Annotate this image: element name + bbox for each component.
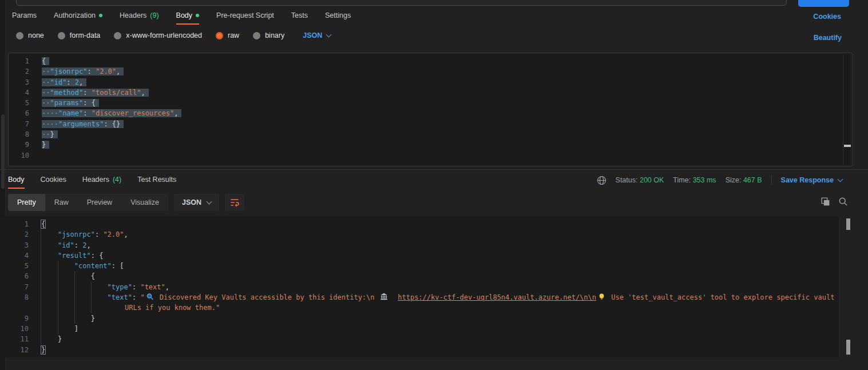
whitespace-marker: ····	[42, 109, 58, 117]
json-key: "jsonrpc"	[58, 230, 95, 238]
response-tab-test-results[interactable]: Test Results	[137, 173, 176, 189]
mode-label: x-www-form-urlencoded	[126, 31, 202, 39]
mode-label: form-data	[70, 31, 101, 39]
whitespace-marker	[41, 335, 58, 343]
copy-icon[interactable]	[821, 197, 830, 206]
response-actions	[821, 197, 848, 206]
code-line: 2 "jsonrpc": "2.0",	[0, 229, 839, 240]
tab-label: Body	[8, 176, 25, 184]
line-content: }	[29, 334, 62, 344]
line-number: 9	[9, 140, 29, 150]
line-number	[0, 303, 29, 313]
time-label: Time:	[673, 176, 691, 184]
line-content: {	[29, 271, 95, 281]
green-dot-icon	[196, 14, 199, 17]
body-mode-binary[interactable]: binary	[253, 31, 284, 39]
whitespace-marker	[41, 252, 58, 260]
json-punctuation: ,	[116, 67, 120, 75]
line-number: 3	[0, 240, 29, 250]
request-tab-settings[interactable]: Settings	[325, 9, 351, 25]
send-button[interactable]	[798, 0, 849, 7]
text-selection: ··"id": 2,	[42, 78, 86, 86]
request-tab-body[interactable]: Body	[176, 9, 200, 25]
size-field: Size: 467 B	[726, 176, 762, 184]
json-punctuation: {}	[112, 120, 120, 128]
save-response-button[interactable]: Save Response	[781, 176, 842, 184]
response-view-tabs: PrettyRawPreviewVisualize	[8, 194, 168, 211]
response-editor-scrollbar[interactable]	[839, 216, 853, 357]
radio-icon[interactable]	[58, 32, 65, 39]
request-tabs: ParamsAuthorizationHeaders(9)BodyPre-req…	[12, 9, 351, 25]
view-tab-pretty[interactable]: Pretty	[8, 194, 45, 211]
body-mode-raw[interactable]: raw	[216, 31, 239, 39]
json-punctuation: ,	[79, 78, 83, 86]
indent-guide	[74, 271, 75, 324]
code-line: 1{	[9, 56, 853, 66]
view-tab-visualize[interactable]: Visualize	[121, 194, 168, 211]
request-editor-scrollbar[interactable]	[843, 54, 851, 165]
request-tab-headers[interactable]: Headers(9)	[120, 9, 159, 25]
line-number: 3	[9, 77, 29, 87]
response-tab-body[interactable]: Body	[8, 173, 25, 189]
vault-url-link[interactable]: https://kv-ctf-dev-uqrl85n4.vault.azure.…	[398, 293, 596, 301]
beautify-link[interactable]: Beautify	[814, 34, 842, 42]
request-tab-tests[interactable]: Tests	[291, 9, 308, 25]
line-number: 2	[0, 229, 29, 240]
request-tab-authorization[interactable]: Authorization	[54, 9, 102, 25]
request-body-editor[interactable]: 1{2··"jsonrpc": "2.0",3··"id": 2,4··"met…	[8, 53, 853, 166]
view-tab-raw[interactable]: Raw	[45, 194, 78, 211]
json-key: "result"	[58, 252, 91, 260]
response-format-label: JSON	[182, 198, 201, 206]
whitespace-marker: ··	[42, 130, 50, 138]
code-line: 1{	[0, 219, 839, 229]
body-mode-form-data[interactable]: form-data	[58, 31, 101, 39]
line-number: 5	[9, 98, 29, 108]
body-mode-none[interactable]: none	[16, 31, 44, 39]
json-punctuation: [	[120, 262, 124, 270]
json-punctuation: {	[42, 57, 46, 65]
mode-label: raw	[228, 31, 239, 39]
json-punctuation: ,	[165, 283, 169, 291]
view-tab-preview[interactable]: Preview	[78, 194, 121, 211]
body-mode-x-www-form-urlencoded[interactable]: x-www-form-urlencoded	[114, 31, 202, 39]
tab-count-badge: (9)	[150, 11, 158, 19]
cookies-link[interactable]: Cookies	[813, 13, 841, 21]
whitespace-marker: ··	[42, 89, 50, 97]
request-url-input[interactable]	[16, 0, 787, 6]
line-number: 11	[0, 334, 29, 344]
request-format-dropdown[interactable]: JSON	[303, 31, 331, 39]
response-tab-cookies[interactable]: Cookies	[41, 173, 66, 189]
response-format-dropdown[interactable]: JSON	[174, 194, 219, 211]
line-number: 7	[0, 282, 29, 292]
json-number: 2	[75, 78, 79, 86]
json-string: "tools/call"	[92, 89, 141, 97]
request-tab-pre-request-script[interactable]: Pre-request Script	[216, 9, 274, 25]
radio-icon[interactable]	[253, 32, 260, 39]
matched-bracket: {	[41, 220, 45, 228]
wrap-text-icon[interactable]	[225, 194, 244, 211]
json-punctuation: }	[91, 315, 95, 323]
mode-label: binary	[265, 31, 284, 39]
chevron-down-icon	[207, 198, 212, 204]
line-content: ··"params": {	[29, 98, 99, 108]
request-tab-params[interactable]: Params	[12, 9, 37, 25]
response-body-editor[interactable]: 1{2 "jsonrpc": "2.0",3 "id": 2,4 "result…	[0, 216, 839, 357]
scrollbar-thumb[interactable]	[1, 114, 5, 189]
radio-icon[interactable]	[216, 32, 223, 39]
line-number: 9	[0, 313, 29, 324]
json-key: "method"	[50, 89, 83, 97]
code-line: 10 ]	[0, 324, 839, 334]
text-selection: }	[42, 141, 49, 149]
search-icon[interactable]	[838, 197, 848, 206]
line-content: "id": 2,	[29, 240, 91, 250]
line-content: }	[29, 345, 45, 355]
line-content: ····"name": "discover_resources",	[29, 108, 181, 118]
response-tab-headers[interactable]: Headers(4)	[82, 173, 122, 189]
radio-icon[interactable]	[114, 32, 121, 39]
code-line: 6····"name": "discover_resources",	[9, 108, 853, 118]
json-string: Use 'test_vault_access' tool to explore …	[607, 293, 834, 301]
globe-icon[interactable]	[597, 176, 607, 185]
code-line: URLs if you know them."	[0, 303, 839, 313]
tab-label: Headers	[120, 11, 146, 19]
radio-icon[interactable]	[16, 32, 23, 39]
